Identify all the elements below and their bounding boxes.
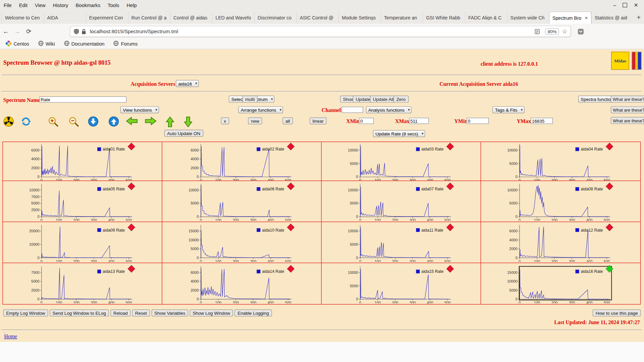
radiation-icon[interactable]: [3, 116, 14, 128]
move-up-icon[interactable]: [108, 116, 119, 128]
tab-close-icon[interactable]: ✕: [585, 16, 588, 20]
tab-spectrum-bro[interactable]: Spectrum Bro✕: [549, 11, 591, 24]
spectrum-cell-aida06[interactable]: 05000100000100200300400500aida06 Rate: [162, 181, 322, 222]
close-button[interactable]: ✕: [634, 2, 638, 8]
zoom-out-icon[interactable]: [68, 116, 79, 129]
tab-asic-control[interactable]: ASIC Control @: [297, 11, 339, 24]
bookmark-star-icon[interactable]: ☆: [562, 28, 567, 35]
enable-logging-button[interactable]: Enable Logging: [235, 309, 272, 316]
spectrum-cell-aida02[interactable]: 02000400060000100200300400500aida02 Rate: [162, 142, 322, 181]
arrow-up-icon[interactable]: [165, 116, 175, 129]
auto-update-button[interactable]: Auto Update ON: [164, 130, 203, 137]
lock-icon[interactable]: [81, 28, 86, 34]
spectrum-chart[interactable]: 010000200000100200300400500aida09 Rate: [3, 223, 135, 262]
spectrum-chart[interactable]: 02000400060000100200300400500aida01 Rate: [3, 142, 135, 181]
arrange-functions-dropdown[interactable]: Arrange functions: [238, 106, 283, 113]
spectrum-cell-aida08[interactable]: 05000100000100200300400500aida08 Rate: [481, 181, 640, 222]
arrow-right-icon[interactable]: [145, 116, 157, 127]
xmax-input[interactable]: [409, 118, 429, 124]
show-variables-button[interactable]: Show Variables: [151, 309, 188, 316]
tab-led-and-wavefo[interactable]: LED and Wavefo: [212, 11, 255, 24]
pocket-icon[interactable]: [578, 28, 584, 35]
spectrum-cell-aida15[interactable]: 05000100000100200300400500aida15 Rate: [322, 263, 481, 304]
tab-statistics-aid[interactable]: Statistics @ aid: [591, 11, 634, 24]
home-link[interactable]: Home: [4, 333, 17, 340]
spectrum-chart[interactable]: 05000100000100200300400500aida07 Rate: [322, 182, 454, 221]
spectrum-chart[interactable]: 02000400060000100200300400500aida12 Rate: [481, 223, 613, 262]
spectrum-chart[interactable]: 05000100000100200300400500aida04 Rate: [481, 142, 613, 181]
spectrum-chart[interactable]: 05000100000100200300400500aida06 Rate: [162, 182, 294, 221]
spectrum-cell-aida03[interactable]: 05000100000100200300400500aida03 Rate: [322, 142, 481, 181]
bookmark-centos[interactable]: Centos: [6, 41, 29, 48]
spectrum-chart[interactable]: 05000100000100200300400500aida03 Rate: [322, 142, 454, 181]
bookmark-wiki[interactable]: Wiki: [38, 41, 55, 47]
arrow-down-icon[interactable]: [183, 116, 193, 129]
spectrum-cell-aida04[interactable]: 05000100000100200300400500aida04 Rate: [481, 142, 640, 181]
tab-gsi-white-rabb[interactable]: GSI White Rabb: [423, 11, 465, 24]
new-button[interactable]: new: [248, 117, 262, 124]
shield-icon[interactable]: [73, 28, 79, 34]
spectrum-cell-aida11[interactable]: 05000100000100200300400500aida11 Rate: [322, 222, 481, 263]
forward-button[interactable]: →: [11, 28, 23, 35]
arrow-left-icon[interactable]: [126, 116, 138, 127]
menu-file[interactable]: File: [0, 0, 15, 10]
move-down-icon[interactable]: [88, 116, 99, 128]
menu-history[interactable]: History: [49, 0, 72, 10]
tab-module-settings[interactable]: Module Settings: [338, 11, 381, 24]
reload-button[interactable]: ⟳: [23, 28, 35, 35]
ymin-input[interactable]: [467, 118, 489, 124]
spectrum-chart[interactable]: 05000100000100200300400500aida08 Rate: [481, 182, 613, 221]
tags-fits-dropdown[interactable]: Tags & Fits: [492, 106, 524, 113]
what-are-these-button-2[interactable]: What are these?: [611, 106, 644, 113]
spectrum-chart[interactable]: 0250050007500100000100200300400500aida05…: [3, 182, 135, 221]
update-rate-dropdown[interactable]: Update Rate (8 secs): [373, 130, 425, 137]
back-button[interactable]: ←: [0, 28, 11, 35]
spectrum-cell-aida14[interactable]: 02000400060000100200300400500aida14 Rate: [162, 263, 322, 304]
what-are-these-button-3[interactable]: What are these?: [611, 117, 644, 124]
spectrum-chart[interactable]: 0500010000150000100200300400500aida16 Ra…: [481, 264, 613, 303]
menu-bookmarks[interactable]: Bookmarks: [72, 0, 104, 10]
spectrum-cell-aida13[interactable]: 02500500075000100200300400500aida13 Rate: [3, 263, 162, 304]
update-all-button[interactable]: Update All: [370, 96, 396, 103]
view-functions-dropdown[interactable]: View functions: [120, 106, 159, 113]
refresh-icon[interactable]: [20, 116, 31, 128]
spectrum-chart[interactable]: 02000400060000100200300400500aida14 Rate: [162, 264, 294, 303]
spectrum-chart[interactable]: 02000400060000100200300400500aida02 Rate: [162, 142, 294, 181]
acquisition-server-select[interactable]: aida16: [176, 80, 199, 87]
maximize-button[interactable]: [623, 3, 627, 7]
all-button[interactable]: all: [282, 117, 293, 124]
tab-discriminator-co[interactable]: Discriminator co: [254, 11, 297, 24]
zero-button[interactable]: Zero: [393, 96, 409, 103]
url-bar[interactable]: localhost:8015/Spectrum/Spectrum.tml 80%…: [70, 26, 571, 37]
tab-control-aidas[interactable]: Control @ aidas: [170, 11, 212, 24]
spectrum-chart[interactable]: 02500500075000100200300400500aida13 Rate: [3, 264, 135, 303]
menu-edit[interactable]: Edit: [15, 0, 31, 10]
x-button[interactable]: x: [221, 117, 229, 124]
spectrum-cell-aida12[interactable]: 02000400060000100200300400500aida12 Rate: [481, 222, 640, 263]
spectrum-cell-aida09[interactable]: 010000200000100200300400500aida09 Rate: [3, 222, 162, 263]
analysis-functions-dropdown[interactable]: Analysis functions: [366, 106, 412, 113]
zoom-indicator[interactable]: 80%: [545, 28, 559, 35]
send-log-window-to-elog-button[interactable]: Send Log Window to ELog: [50, 309, 109, 316]
what-are-these-button-1[interactable]: What are these?: [611, 96, 644, 103]
tab-experiment-con[interactable]: Experiment Con: [86, 11, 128, 24]
menu-help[interactable]: Help: [123, 0, 140, 10]
spectrum-cell-aida05[interactable]: 0250050007500100000100200300400500aida05…: [3, 181, 162, 222]
spectrum-cell-aida07[interactable]: 05000100000100200300400500aida07 Rate: [322, 181, 481, 222]
spectrum-name-input[interactable]: [40, 97, 127, 103]
spectrum-cell-aida10[interactable]: 0500010000150000100200300400500aida10 Ra…: [162, 222, 322, 263]
empty-log-window-button[interactable]: Empty Log Window: [3, 309, 48, 316]
new-tab-button[interactable]: +: [633, 11, 644, 24]
spectrum-chart[interactable]: 05000100000100200300400500aida11 Rate: [322, 223, 454, 262]
reader-mode-icon[interactable]: [535, 28, 540, 34]
minimize-button[interactable]: –: [613, 2, 616, 8]
spectrum-chart[interactable]: 05000100000100200300400500aida15 Rate: [322, 264, 454, 303]
tab-system-wide-ch[interactable]: System wide Ch: [507, 11, 549, 24]
tab-run-control-a[interactable]: Run Control @ a: [128, 11, 170, 24]
bookmark-documentation[interactable]: Documentation: [64, 41, 105, 47]
ymax-input[interactable]: [531, 118, 553, 124]
spectrum-cell-aida01[interactable]: 02000400060000100200300400500aida01 Rate: [3, 142, 162, 181]
reset-button[interactable]: Reset: [132, 309, 150, 316]
zoom-in-icon[interactable]: [48, 116, 59, 129]
spectrum-cell-aida16[interactable]: 0500010000150000100200300400500aida16 Ra…: [481, 263, 640, 304]
